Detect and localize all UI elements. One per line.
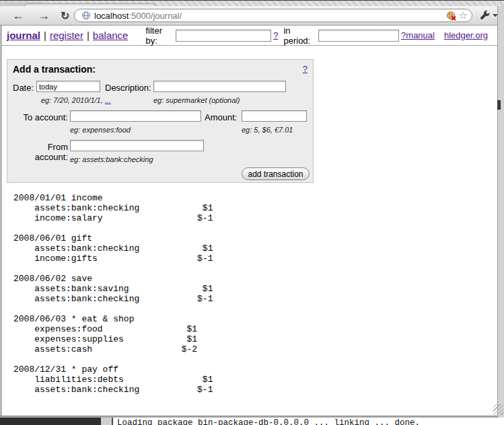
- description-label: Description:: [105, 83, 151, 93]
- window-left-edge: [0, 26, 2, 418]
- browser-toolbar: ← → ↻ localhost:5000/journal/: [0, 6, 504, 26]
- nav-link-journal[interactable]: journal: [7, 30, 40, 41]
- to-account-input[interactable]: [70, 110, 201, 122]
- screen: ← → ↻ localhost:5000/journal/: [0, 0, 504, 425]
- nav-link-register[interactable]: register: [50, 30, 83, 41]
- amount-hint: eg: 5, $6, €7.01: [242, 126, 293, 134]
- back-button[interactable]: ←: [12, 7, 24, 24]
- form-title: Add a transaction:: [13, 64, 96, 75]
- hledger-navbar: journal | register | balance filter by: …: [2, 26, 497, 46]
- from-account-input[interactable]: [70, 140, 204, 151]
- date-hint-text: eg: 7/20, 2010/1/1,: [41, 96, 105, 104]
- date-input[interactable]: [36, 81, 100, 92]
- to-account-label: To account:: [13, 112, 68, 122]
- journal-text: 2008/01/01 income assets:bank:checking $…: [13, 193, 213, 395]
- period-label: in period:: [283, 26, 314, 46]
- resize-grip-icon[interactable]: [493, 404, 503, 415]
- filter-input[interactable]: [176, 30, 271, 42]
- description-hint: eg: supermarket (optional): [153, 96, 240, 104]
- background-window-shade: [0, 418, 101, 425]
- forward-button[interactable]: →: [38, 7, 50, 24]
- date-hint-more-link[interactable]: ...: [105, 96, 111, 104]
- manual-link[interactable]: manual: [406, 30, 435, 40]
- nav-separator: |: [44, 30, 46, 41]
- bookmark-star-icon[interactable]: ☆: [459, 11, 468, 20]
- scrollbar-track[interactable]: [497, 6, 504, 425]
- wrench-icon: [479, 10, 491, 22]
- date-hint: eg: 7/20, 2010/1/1, ...: [41, 96, 111, 104]
- scrollbar-thumb[interactable]: [497, 100, 501, 110]
- form-help-link[interactable]: ?: [303, 64, 308, 74]
- filter-label: filter by:: [145, 26, 172, 46]
- url-host: localhost: [94, 11, 129, 21]
- filter-help-link[interactable]: ?: [273, 30, 278, 40]
- hledger-org-link[interactable]: hledger.org: [444, 30, 488, 40]
- from-account-label: From account:: [13, 142, 68, 162]
- globe-icon[interactable]: [81, 11, 91, 20]
- amount-label: Amount:: [205, 112, 237, 122]
- to-account-hint: eg: expenses:food: [70, 126, 131, 134]
- description-input[interactable]: [153, 81, 286, 92]
- add-transaction-form: Add a transaction: ? Date: Description: …: [7, 59, 314, 183]
- cookie-blocked-icon[interactable]: [446, 11, 457, 21]
- amount-input[interactable]: [242, 110, 307, 122]
- nav-link-balance[interactable]: balance: [93, 30, 129, 41]
- period-input[interactable]: [318, 30, 399, 42]
- from-account-hint: eg: assets:bank:checking: [70, 155, 153, 163]
- period-help-link[interactable]: ?: [401, 30, 406, 40]
- reload-button[interactable]: ↻: [61, 8, 69, 24]
- terminal-window[interactable]: Loading package bin-package-db-0.0.0.0 .…: [112, 418, 504, 425]
- url-text: localhost:5000/journal/: [94, 11, 182, 21]
- background-window-gap: [101, 418, 112, 425]
- terminal-output: Loading package bin-package-db-0.0.0.0 .…: [117, 418, 504, 425]
- address-bar[interactable]: localhost:5000/journal/ ☆: [74, 9, 472, 22]
- add-transaction-button[interactable]: add transaction: [242, 167, 310, 180]
- url-path: :5000/journal/: [129, 11, 182, 21]
- date-label: Date:: [13, 83, 34, 93]
- wrench-menu-button[interactable]: [479, 9, 499, 22]
- nav-separator: |: [87, 30, 89, 41]
- browser-titlebar: [0, 0, 504, 6]
